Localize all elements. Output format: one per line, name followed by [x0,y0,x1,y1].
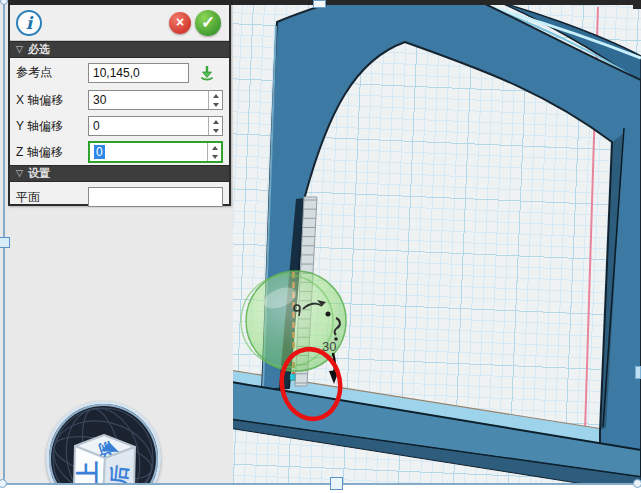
model-3d-view: 30 [233,5,641,483]
z-spinner-up-icon[interactable] [208,143,221,152]
y-offset-label: Y 轴偏移 [16,118,88,135]
x-offset-row: X 轴偏移 30 [10,87,229,113]
bottom-margin [0,485,641,493]
collapse-triangle-icon: ▽ [16,41,23,58]
z-spinner-down-icon[interactable] [208,152,221,161]
section-settings-label: 设置 [28,165,50,182]
reference-point-label: 参考点 [16,64,88,81]
dialog-header: i × ✓ [10,5,229,41]
y-offset-input[interactable]: 0 [88,116,223,136]
reference-point-input[interactable]: 10,145,0 [88,63,189,83]
model-canvas[interactable]: 30 [233,5,641,483]
z-offset-value: 0 [90,145,207,159]
cube-face-left-label[interactable]: 上 [74,461,101,485]
plane-input[interactable] [88,187,223,207]
bottom-slider-cap-right[interactable] [633,479,641,488]
app-window: 30 i × ✓ ▽ 必选 [0,0,641,493]
bottom-slider-handle[interactable] [330,477,343,490]
snap-point-marker [290,374,295,380]
plane-label: 平面 [16,189,88,206]
pick-point-icon[interactable] [196,63,218,83]
x-spinner-down-icon[interactable] [209,100,222,109]
section-required[interactable]: ▽ 必选 [10,41,229,58]
left-edge-slider-handle[interactable] [0,237,10,248]
z-offset-spinner [207,143,221,161]
offset-command-dialog: i × ✓ ▽ 必选 参考点 10,145,0 X 轴偏移 30 [8,0,231,206]
x-offset-value: 30 [89,93,208,107]
z-offset-label: Z 轴偏移 [16,144,88,161]
drag-sphere-handle[interactable] [246,271,346,371]
x-offset-input[interactable]: 30 [88,90,223,110]
top-right-notch [633,0,641,9]
section-settings[interactable]: ▽ 设置 [10,165,229,182]
z-offset-input[interactable]: 0 [88,141,223,163]
x-offset-spinner [208,91,222,109]
x-offset-label: X 轴偏移 [16,92,88,109]
y-spinner-up-icon[interactable] [209,117,222,126]
y-offset-value: 0 [89,119,208,133]
cancel-button[interactable]: × [169,12,191,34]
plane-row: 平面 [10,184,229,210]
y-offset-spinner [208,117,222,135]
info-icon[interactable]: i [16,10,42,36]
confirm-button[interactable]: ✓ [195,10,221,36]
z-offset-row: Z 轴偏移 0 [10,139,229,165]
top-slider-handle[interactable] [313,0,326,8]
collapse-triangle-icon: ▽ [16,165,23,182]
canvas-top-border [231,0,641,5]
reference-point-row: 参考点 10,145,0 [10,58,229,87]
right-edge-slider-handle[interactable] [635,366,641,379]
x-spinner-up-icon[interactable] [209,91,222,100]
y-offset-row: Y 轴偏移 0 [10,113,229,139]
section-required-label: 必选 [28,41,50,58]
y-spinner-down-icon[interactable] [209,126,222,135]
